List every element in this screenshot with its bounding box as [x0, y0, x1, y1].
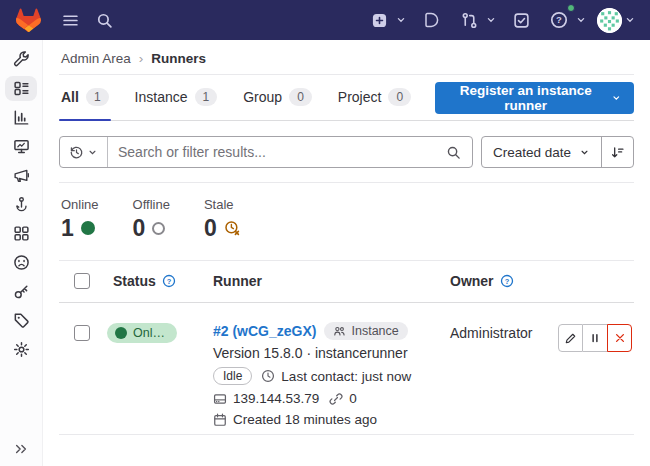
owner-help-icon[interactable]: ? [500, 274, 514, 288]
offline-status-icon [152, 222, 165, 235]
plus-square-icon [365, 6, 393, 34]
header-owner: Owner [450, 273, 494, 289]
breadcrumb-admin-area[interactable]: Admin Area [61, 51, 131, 66]
breadcrumb: Admin Area › Runners [59, 40, 634, 74]
sort-by-dropdown[interactable]: Created date [482, 137, 601, 167]
runner-stats: Online 1 Offline 0 Stale 0 [59, 183, 634, 260]
issues-button[interactable] [417, 6, 445, 34]
user-menu-button[interactable] [597, 8, 636, 33]
tab-all-count: 1 [86, 88, 109, 106]
svg-text:?: ? [504, 277, 509, 286]
edit-runner-button[interactable] [558, 324, 583, 352]
chevron-down-icon [485, 14, 497, 26]
sidebar-item-applications[interactable] [5, 221, 37, 246]
chevron-down-icon [624, 14, 636, 26]
hook-icon [13, 196, 30, 213]
gitlab-tanuki-icon [16, 8, 41, 32]
svg-text:?: ? [167, 277, 172, 286]
sidebar-item-admin-wrench[interactable] [5, 47, 37, 72]
todo-checklist-icon [513, 12, 530, 29]
pause-runner-button[interactable] [583, 324, 608, 352]
chevron-down-icon [579, 147, 590, 158]
close-x-icon [614, 332, 626, 344]
search-icon [96, 12, 113, 29]
sidebar-item-overview[interactable] [5, 76, 37, 101]
help-menu-button[interactable]: ? [545, 6, 587, 34]
sort-direction-button[interactable] [601, 137, 633, 167]
tab-group-count: 0 [289, 88, 312, 106]
sidebar-item-monitoring[interactable] [5, 134, 37, 159]
top-navbar: ? [0, 0, 650, 40]
breadcrumb-separator: › [139, 51, 144, 66]
chevron-down-icon [575, 14, 587, 26]
chevron-down-icon [395, 14, 407, 26]
expand-sidebar-button[interactable] [0, 442, 42, 456]
row-checkbox[interactable] [74, 325, 90, 341]
runner-status-badge: Online [107, 323, 177, 343]
search-submit-button[interactable] [435, 137, 472, 167]
chart-icon [13, 109, 30, 126]
user-avatar [597, 8, 622, 33]
sidebar-item-abuse-reports[interactable] [5, 250, 37, 275]
stale-clock-icon [224, 220, 240, 236]
sort-descending-icon [610, 145, 625, 160]
register-instance-runner-button[interactable]: Register an instance runner [435, 82, 634, 114]
global-search-button[interactable] [90, 6, 118, 34]
sidebar-item-labels[interactable] [5, 308, 37, 333]
hamburger-icon [62, 12, 79, 29]
merge-requests-button[interactable] [455, 6, 497, 34]
select-all-checkbox[interactable] [74, 273, 90, 289]
users-icon [333, 325, 346, 338]
grid-icon [13, 225, 30, 242]
filter-bar: Created date [59, 136, 634, 168]
breadcrumb-runners: Runners [151, 51, 206, 66]
header-runner: Runner [213, 273, 262, 289]
sidebar-item-deploy-keys[interactable] [5, 279, 37, 304]
stat-online: Online 1 [61, 197, 99, 241]
runner-row: Online #2 (wCG_zeGX) Instance Version 15… [59, 303, 634, 435]
runner-link[interactable]: #2 (wCG_zeGX) [213, 323, 316, 339]
last-contact-text: Last contact: just now [281, 369, 411, 384]
status-help-icon[interactable]: ? [162, 274, 176, 288]
svg-text:?: ? [556, 14, 562, 25]
stale-count: 0 [204, 215, 217, 241]
sidebar-item-system-hooks[interactable] [5, 192, 37, 217]
status-cell: Online [103, 322, 205, 343]
chevron-down-icon [87, 147, 98, 158]
tab-project[interactable]: Project 0 [336, 75, 413, 120]
tab-all[interactable]: All 1 [59, 75, 111, 120]
notification-dot [567, 4, 575, 12]
online-count: 1 [61, 215, 74, 241]
sort-control: Created date [481, 136, 634, 168]
megaphone-icon [13, 167, 30, 184]
tab-instance-count: 1 [195, 88, 218, 106]
wrench-icon [13, 51, 30, 68]
sidebar-item-messages[interactable] [5, 163, 37, 188]
hamburger-menu-button[interactable] [56, 6, 84, 34]
clock-icon [261, 369, 275, 383]
todos-button[interactable] [507, 6, 535, 34]
runner-owner[interactable]: Administrator [438, 322, 556, 341]
recent-searches-dropdown[interactable] [60, 137, 108, 167]
search-input[interactable] [108, 144, 435, 160]
new-menu-button[interactable] [365, 6, 407, 34]
double-chevron-right-icon [14, 442, 28, 456]
gitlab-logo[interactable] [14, 6, 42, 34]
pencil-icon [564, 332, 577, 345]
link-icon [329, 392, 343, 406]
gear-icon [13, 341, 30, 358]
merge-request-icon [455, 6, 483, 34]
label-tag-icon [13, 312, 30, 329]
sidebar-item-analytics[interactable] [5, 105, 37, 130]
offline-count: 0 [133, 215, 146, 241]
admin-sidebar [0, 40, 43, 466]
pause-icon [589, 332, 601, 344]
delete-runner-button[interactable] [607, 324, 632, 352]
runner-link-count: 0 [349, 391, 357, 406]
stat-offline: Offline 0 [133, 197, 170, 241]
tab-instance[interactable]: Instance 1 [133, 75, 220, 120]
history-icon [69, 145, 84, 160]
sidebar-item-settings[interactable] [5, 337, 37, 362]
main-content: Admin Area › Runners All 1 Instance 1 Gr… [43, 40, 650, 466]
tab-group[interactable]: Group 0 [241, 75, 314, 120]
